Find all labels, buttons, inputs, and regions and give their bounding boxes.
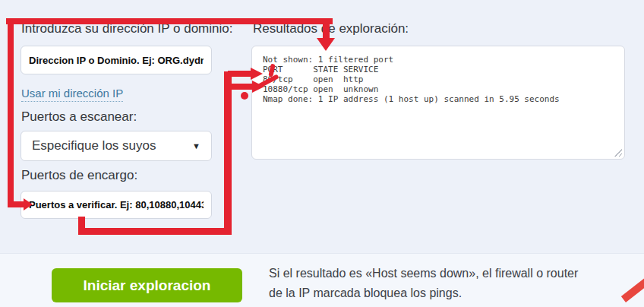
annotation-port80-arrowhead — [251, 68, 263, 80]
host-down-note-line1: Si el resultado es «Host seems down», el… — [269, 267, 578, 280]
custom-ports-input[interactable] — [21, 191, 212, 219]
resize-handle-icon[interactable] — [614, 149, 622, 157]
chevron-down-icon: ▼ — [192, 142, 200, 150]
use-my-ip-link[interactable]: Usar mi dirección IP — [21, 87, 123, 102]
annotation-dot — [241, 92, 248, 100]
ports-to-scan-label: Puertos a escanear: — [21, 109, 137, 125]
ports-select-value: Especifique los suyos — [32, 138, 192, 154]
custom-ports-label: Puertos de encargo: — [21, 168, 137, 183]
ip-domain-input[interactable] — [21, 46, 212, 74]
annotation-results-arrow — [323, 23, 330, 40]
annotation-elbow-across — [78, 228, 232, 235]
results-textarea[interactable]: Not shown: 1 filtered port PORT STATE SE… — [251, 46, 625, 160]
port-scanner-page: Introduzca su dirección IP o dominio: Us… — [0, 0, 644, 307]
start-scan-button[interactable]: Iniciar exploracion — [52, 268, 242, 302]
annotation-results-arrowhead — [317, 38, 335, 51]
annotation-top-line — [6, 18, 333, 24]
host-down-note-line2: de la IP marcada bloquea los pings. — [269, 286, 462, 300]
annotation-ports-input-arrow — [8, 201, 24, 207]
scan-output: Not shown: 1 filtered port PORT STATE SE… — [252, 46, 624, 104]
annotation-port10880-arrow — [228, 84, 254, 90]
annotation-left-line — [8, 18, 14, 206]
annotation-ports-input-arrowhead — [24, 198, 33, 210]
annotation-elbow-up — [224, 71, 232, 235]
annotation-port80-arrow — [228, 71, 252, 77]
ports-select[interactable]: Especifique los suyos ▼ — [21, 131, 212, 161]
